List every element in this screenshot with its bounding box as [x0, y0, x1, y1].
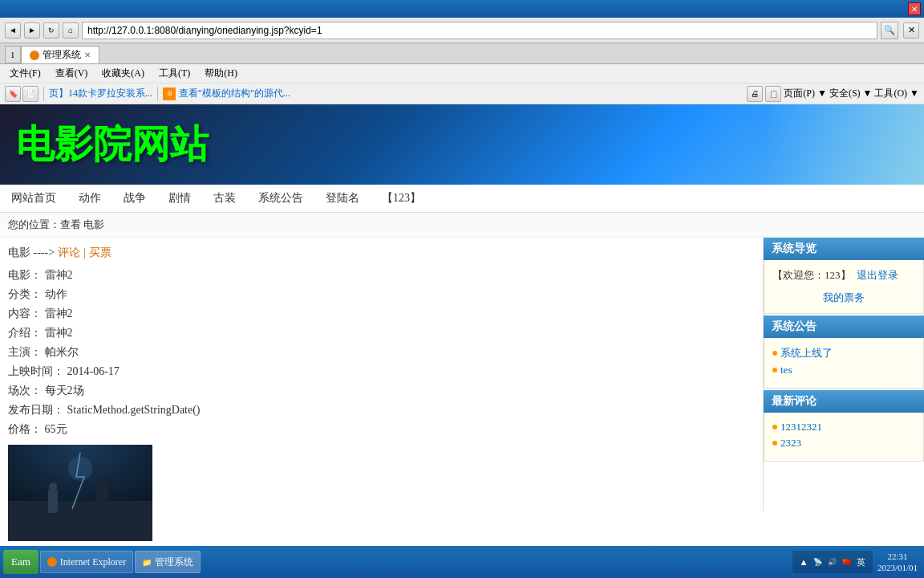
nav-drama[interactable]: 剧情 — [165, 189, 194, 207]
toolbar-link-1[interactable]: 页】14款卡罗拉安装系... — [49, 87, 152, 100]
nav-action[interactable]: 动作 — [75, 189, 104, 207]
sidebar-latest-comments-content: 12312321 2323 — [764, 413, 924, 462]
nav-war[interactable]: 战争 — [120, 189, 149, 207]
printer-icon[interactable]: 🖨 — [747, 86, 763, 102]
toolbar-icon-1[interactable]: 🔖 — [5, 86, 21, 102]
toolbar: 🔖 📄 页】14款卡罗拉安装系... ⚙ 查看"模板的结构"的源代... 🖨 📋… — [0, 83, 924, 104]
field-actor-label: 主演： — [8, 346, 42, 358]
field-sessions: 场次： 每天2场 — [8, 384, 755, 398]
field-name-label: 电影： — [8, 269, 42, 281]
toolbar-icon-3[interactable]: ⚙ — [163, 88, 176, 100]
toolbar-icons: 🔖 📄 — [5, 86, 38, 102]
refresh-page-button[interactable]: ✕ — [903, 22, 919, 39]
nav-login[interactable]: 登陆名 — [322, 189, 363, 207]
field-sessions-value: 每天2场 — [45, 385, 84, 397]
taskbar-window-1[interactable]: Internet Explorer — [40, 551, 133, 573]
field-name: 电影： 雷神2 — [8, 268, 755, 283]
menu-tools[interactable]: 工具(T) — [152, 65, 197, 82]
site-header: 电影院网站 — [0, 104, 924, 185]
nav-costume[interactable]: 古装 — [210, 189, 239, 207]
page-icon[interactable]: 📋 — [765, 86, 781, 102]
comment-link-1[interactable]: 12312321 — [780, 421, 822, 434]
sidebar-system-notice-title: 系统公告 — [764, 315, 924, 338]
toolbar-right-icons: 🖨 📋 页面(P) ▼ 安全(S) ▼ 工具(O) ▼ — [747, 86, 919, 102]
tray-icon-1: ▲ — [797, 556, 810, 568]
window-title-bar: ✕ — [0, 0, 924, 18]
field-category-label: 分类： — [8, 288, 42, 300]
sidebar-system-notice-content: 系统上线了 tes — [764, 338, 924, 389]
site-wrapper: 电影院网站 网站首页 动作 战争 剧情 古装 系统公告 登陆名 【123】 您的… — [0, 104, 924, 554]
movie-comment-link[interactable]: 评论 — [58, 246, 80, 260]
svg-point-5 — [97, 478, 107, 487]
taskbar: Eam Internet Explorer 📁 管理系统 ▲ 📡 🔊 🇨🇳 英 … — [0, 546, 924, 578]
notice-link-2[interactable]: tes — [780, 364, 792, 377]
close-button[interactable]: ✕ — [908, 2, 921, 15]
notice-link-1[interactable]: 系统上线了 — [780, 346, 833, 360]
field-pubdate-value: StaticMethod.getStringDate() — [67, 404, 201, 416]
clock-display: 22:31 2023/01/01 — [874, 551, 921, 574]
nav-notice[interactable]: 系统公告 — [255, 189, 306, 207]
comment-item-2: 2323 — [772, 437, 915, 450]
taskbar-tray: ▲ 📡 🔊 🇨🇳 英 — [792, 551, 873, 573]
nav-user[interactable]: 【123】 — [379, 189, 424, 207]
nav-home[interactable]: 网站首页 — [8, 189, 59, 207]
sidebar-latest-comments-title: 最新评论 — [764, 390, 924, 413]
field-price-value: 65元 — [45, 423, 67, 435]
field-price-label: 价格： — [8, 423, 42, 435]
field-intro-value: 雷神2 — [45, 327, 73, 339]
comment-link-2[interactable]: 2323 — [780, 437, 801, 450]
comment-item-1: 12312321 — [772, 421, 915, 434]
toolbar-link-2[interactable]: 查看"模板的结构"的源代... — [179, 87, 290, 100]
toolbar-icon-2[interactable]: 📄 — [22, 86, 38, 102]
svg-rect-2 — [48, 489, 58, 513]
field-content-value: 雷神2 — [45, 307, 73, 320]
bullet-icon-2 — [772, 368, 777, 372]
browser-window: ✕ ◄ ► ↻ ⌂ 🔍 ✕ 1 管理系统 ✕ 文件(F) 查看(V) 收藏夹(A… — [0, 0, 924, 578]
tab-inactive-1[interactable]: 1 — [5, 46, 21, 63]
forward-button[interactable]: ► — [24, 22, 40, 39]
movie-title-prefix: 电影 ----> — [8, 246, 55, 260]
field-intro: 介绍： 雷神2 — [8, 326, 755, 340]
tray-lang: 英 — [855, 556, 868, 568]
tools-label[interactable]: 工具(O) ▼ — [874, 87, 919, 100]
breadcrumb: 您的位置：查看 电影 — [0, 213, 924, 238]
search-button[interactable]: 🔍 — [881, 22, 898, 39]
menu-view[interactable]: 查看(V) — [49, 65, 95, 82]
svg-point-3 — [49, 482, 57, 490]
movie-buy-link[interactable]: 买票 — [89, 246, 111, 260]
menu-file[interactable]: 文件(F) — [3, 65, 47, 82]
field-date-value: 2014-06-17 — [67, 365, 120, 377]
safety-label[interactable]: 安全(S) ▼ — [829, 87, 873, 100]
bullet-icon-1 — [772, 351, 777, 356]
field-date: 上映时间： 2014-06-17 — [8, 364, 755, 379]
tab-close-icon[interactable]: ✕ — [84, 51, 91, 59]
tab2-label: 管理系统 — [43, 48, 81, 62]
movie-poster — [8, 445, 152, 541]
menu-favorites[interactable]: 收藏夹(A) — [95, 65, 151, 82]
page-content: 电影院网站 网站首页 动作 战争 剧情 古装 系统公告 登陆名 【123】 您的… — [0, 104, 924, 554]
pipe-separator: | — [83, 246, 86, 259]
my-tickets-link[interactable]: 我的票务 — [823, 291, 865, 303]
refresh-button[interactable]: ↻ — [43, 22, 59, 39]
taskbar-window-2[interactable]: 📁 管理系统 — [135, 551, 201, 573]
field-intro-label: 介绍： — [8, 327, 42, 339]
sidebar-latest-comments: 最新评论 12312321 2323 — [764, 390, 924, 462]
sidebar-system-nav: 系统导览 【欢迎您：123】 退出登录 我的票务 — [764, 238, 924, 314]
field-name-value: 雷神2 — [45, 269, 73, 281]
welcome-text: 【欢迎您：123】 — [772, 269, 851, 281]
main-layout: 电影 ----> 评论 | 买票 电影： 雷神2 分类： 动作 — [0, 238, 924, 511]
content-area: 电影 ----> 评论 | 买票 电影： 雷神2 分类： 动作 — [0, 238, 764, 511]
home-button[interactable]: ⌂ — [63, 22, 79, 39]
logout-link[interactable]: 退出登录 — [857, 269, 898, 281]
tab-active-2[interactable]: 管理系统 ✕ — [21, 46, 99, 63]
back-button[interactable]: ◄ — [5, 22, 21, 39]
url-input[interactable] — [82, 22, 877, 39]
page-label[interactable]: 页面(P) ▼ — [784, 87, 827, 100]
nav-bar: 网站首页 动作 战争 剧情 古装 系统公告 登陆名 【123】 — [0, 185, 924, 213]
field-pubdate: 发布日期： StaticMethod.getStringDate() — [8, 403, 755, 417]
start-button[interactable]: Eam — [3, 550, 38, 574]
field-category-value: 动作 — [45, 288, 67, 300]
menu-help[interactable]: 帮助(H) — [198, 65, 244, 82]
field-actor-value: 帕米尔 — [45, 346, 79, 358]
field-date-label: 上映时间： — [8, 365, 64, 377]
